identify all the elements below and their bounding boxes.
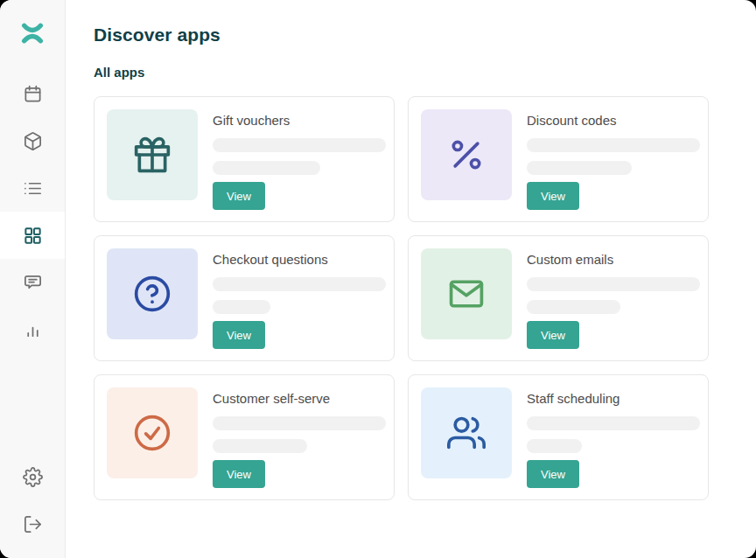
skeleton-line (527, 161, 632, 175)
skeleton-line (213, 300, 270, 314)
sidebar-spacer (0, 353, 65, 453)
card-body: Discount codes View (527, 109, 700, 210)
package-icon (23, 131, 43, 151)
gear-icon (23, 467, 43, 487)
view-button[interactable]: View (213, 460, 265, 488)
users-icon (447, 414, 486, 452)
skeleton-line (527, 138, 700, 152)
sidebar-item-services[interactable] (0, 164, 65, 212)
app-card: Discount codes View (408, 96, 709, 222)
sidebar-item-apps[interactable] (0, 212, 65, 259)
sidebar-item-settings[interactable] (0, 453, 65, 500)
skeleton-line (527, 439, 582, 453)
sidebar-item-products[interactable] (0, 117, 65, 164)
brand-logo-icon (19, 21, 46, 49)
skeleton-line (527, 416, 700, 430)
app-tile (421, 248, 512, 339)
app-tile (107, 248, 198, 339)
app-card: Custom emails View (408, 235, 709, 361)
view-button[interactable]: View (213, 182, 265, 210)
skeleton-line (213, 161, 320, 175)
card-body: Staff scheduling View (527, 387, 700, 488)
apps-grid: Gift vouchers View (94, 96, 756, 500)
app-card-title: Custom emails (527, 251, 613, 268)
app-tile (421, 387, 512, 478)
app-card-title: Checkout questions (213, 251, 328, 268)
message-icon (23, 273, 43, 293)
card-body: Gift vouchers View (213, 109, 386, 210)
sidebar (0, 0, 66, 558)
gift-icon (133, 136, 172, 174)
card-body: Custom emails View (527, 248, 700, 349)
main-content: Discover apps All apps (66, 0, 756, 500)
app-card: Gift vouchers View (94, 96, 395, 222)
skeleton-line (213, 439, 307, 453)
app-tile (421, 109, 512, 200)
brand-logo[interactable] (0, 0, 65, 70)
view-button[interactable]: View (527, 182, 579, 210)
mail-icon (447, 275, 486, 313)
apps-grid-icon (23, 226, 43, 246)
section-label-all-apps: All apps (94, 65, 756, 80)
skeleton-line (527, 300, 620, 314)
sidebar-item-reports[interactable] (0, 306, 65, 353)
app-card: Customer self-serve View (94, 374, 395, 500)
sidebar-item-messages[interactable] (0, 259, 65, 306)
app-card-title: Discount codes (527, 112, 617, 129)
view-button[interactable]: View (527, 460, 579, 488)
card-body: Customer self-serve View (213, 387, 386, 488)
sidebar-item-logout[interactable] (0, 500, 65, 548)
question-icon (133, 275, 172, 313)
percent-icon (447, 136, 486, 174)
skeleton-line (213, 138, 386, 152)
app-card: Staff scheduling View (408, 374, 709, 500)
skeleton-line (213, 416, 386, 430)
calendar-icon (23, 84, 43, 104)
bar-chart-icon (23, 320, 43, 340)
app-tile (107, 109, 198, 200)
list-icon (23, 178, 43, 199)
logout-icon (23, 514, 43, 534)
sidebar-item-calendar[interactable] (0, 70, 65, 117)
card-body: Checkout questions View (213, 248, 386, 349)
app-card-title: Staff scheduling (527, 390, 620, 407)
check-circle-icon (133, 414, 172, 452)
skeleton-line (527, 277, 700, 291)
app-card-title: Customer self-serve (213, 390, 330, 407)
app-card-title: Gift vouchers (213, 112, 290, 129)
page-title: Discover apps (94, 24, 756, 45)
skeleton-line (213, 277, 386, 291)
app-window: Discover apps All apps (0, 0, 756, 558)
app-tile (107, 387, 198, 478)
app-card: Checkout questions View (94, 235, 395, 361)
view-button[interactable]: View (213, 321, 265, 349)
view-button[interactable]: View (527, 321, 579, 349)
